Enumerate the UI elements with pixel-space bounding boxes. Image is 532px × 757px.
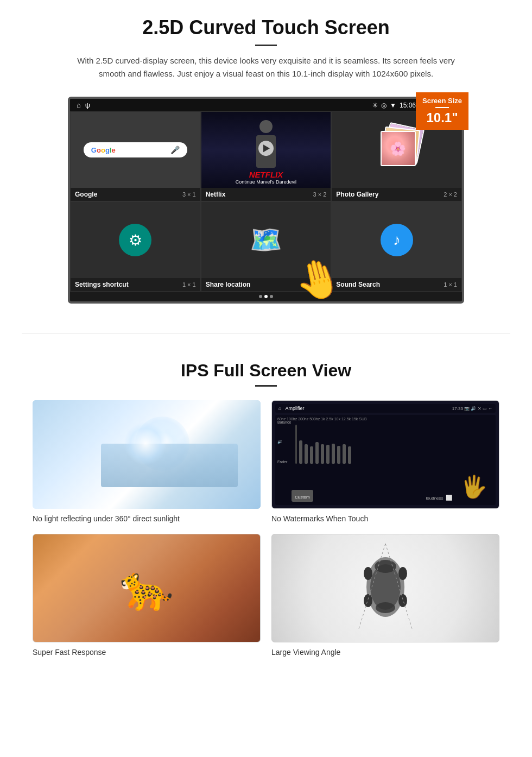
cheetah-emoji: 🐆 xyxy=(119,563,174,614)
netflix-label-row: Netflix 3 × 2 xyxy=(201,188,331,201)
play-triangle-icon xyxy=(263,144,270,152)
person-head xyxy=(259,120,273,133)
svg-point-7 xyxy=(398,594,407,607)
sound-label-row: Sound Search 1 × 1 xyxy=(332,278,461,291)
time-display: 15:06 xyxy=(400,102,416,109)
share-label-row: Share location 1 × 1 xyxy=(201,278,331,291)
section-curved-screen: 2.5D Curved Touch Screen With 2.5D curve… xyxy=(0,0,532,317)
photo-card-1: 🌸 xyxy=(381,131,416,166)
sound-cell-inner: ♪ xyxy=(332,202,461,278)
app-cell-settings[interactable]: ⚙ Settings shortcut 1 × 1 xyxy=(70,201,201,292)
section1-title: 2.5D Curved Touch Screen xyxy=(33,16,499,39)
share-label: Share location xyxy=(206,281,251,288)
app-cell-netflix[interactable]: NETFLIX Continue Marvel's Daredevil Netf… xyxy=(201,111,332,201)
dot-3 xyxy=(270,295,273,298)
feature-watermarks: ⌂ Amplifier 17:33 📷 🔊 ✕ ▭ ← 60hz 100hz 2… xyxy=(271,400,499,523)
amplifier-image: ⌂ Amplifier 17:33 📷 🔊 ✕ ▭ ← 60hz 100hz 2… xyxy=(271,400,499,509)
settings-label-row: Settings shortcut 1 × 1 xyxy=(71,278,200,291)
location-icon: ◎ xyxy=(381,102,387,109)
hand-touch-icon: 🖐 xyxy=(460,474,487,500)
svg-point-3 xyxy=(376,602,395,613)
svg-point-2 xyxy=(375,560,396,573)
app-grid-row1: Google 🎤 Google 3 × 1 xyxy=(70,111,462,201)
sound-bg: ♪ xyxy=(332,202,461,278)
share-bg: 🗺️ xyxy=(201,202,331,278)
bluetooth-icon: ✳ xyxy=(372,102,378,109)
svg-point-4 xyxy=(364,567,372,580)
app-cell-sound[interactable]: ♪ Sound Search 1 × 1 xyxy=(331,201,462,292)
google-logo: Google xyxy=(91,146,116,154)
photos-label: Photo Gallery xyxy=(336,191,378,198)
settings-bg: ⚙ xyxy=(71,202,200,278)
section2-title: IPS Full Screen View xyxy=(33,361,499,381)
section-divider xyxy=(22,333,510,333)
netflix-size: 3 × 2 xyxy=(313,191,327,198)
usb-icon: ψ xyxy=(85,101,90,109)
badge-size: 10.1" xyxy=(422,110,462,125)
dot-1 xyxy=(259,295,262,298)
status-bar: ⌂ ψ ✳ ◎ ▼ 15:06 ⬜ ◁) ✕ ▭ xyxy=(70,99,462,111)
google-search-bar[interactable]: Google 🎤 xyxy=(84,142,187,157)
watermarks-label: No Watermarks When Touch xyxy=(271,514,499,523)
section2-underline xyxy=(255,385,277,387)
music-note-icon: ♪ xyxy=(393,231,401,249)
section-ips: IPS Full Screen View No light reflecting… xyxy=(0,350,532,673)
section1-description: With 2.5D curved-display screen, this de… xyxy=(76,54,456,80)
screen-size-badge: Screen Size 10.1" xyxy=(416,92,468,130)
netflix-label: Netflix xyxy=(206,191,226,198)
netflix-cell-inner: NETFLIX Continue Marvel's Daredevil xyxy=(201,112,331,188)
app-cell-google[interactable]: Google 🎤 Google 3 × 1 xyxy=(70,111,201,201)
netflix-overlay: NETFLIX Continue Marvel's Daredevil xyxy=(201,167,331,188)
device-mockup: Screen Size 10.1" ⌂ ψ ✳ ◎ ▼ 15:06 ⬜ ◁) ✕ xyxy=(68,97,464,304)
sound-label: Sound Search xyxy=(336,281,380,288)
sunlight-image xyxy=(33,400,261,509)
netflix-logo: NETFLIX xyxy=(206,170,327,179)
feature-cheetah: 🐆 Super Fast Response xyxy=(33,534,261,657)
feature-grid: No light reflecting under 360° direct su… xyxy=(33,400,499,657)
share-size: 1 × 1 xyxy=(313,281,327,288)
netflix-subtitle: Continue Marvel's Daredevil xyxy=(206,179,327,185)
car-svg xyxy=(353,538,418,636)
photos-label-row: Photo Gallery 2 × 2 xyxy=(332,188,461,201)
car-diagram xyxy=(353,538,418,638)
sunlight-label: No light reflecting under 360° direct su… xyxy=(33,514,261,523)
feature-sunlight: No light reflecting under 360° direct su… xyxy=(33,400,261,523)
settings-cell-inner: ⚙ xyxy=(71,202,200,278)
badge-line xyxy=(435,107,449,108)
dot-2 xyxy=(264,295,268,298)
photo-stack: 🌸 xyxy=(372,125,421,174)
cheetah-label: Super Fast Response xyxy=(33,648,261,657)
car-image xyxy=(271,534,499,642)
gear-icon: ⚙ xyxy=(129,231,142,249)
feature-car: Large Viewing Angle xyxy=(271,534,499,657)
cheetah-image: 🐆 xyxy=(33,534,261,642)
google-cell-inner: Google 🎤 xyxy=(71,112,200,188)
google-label-row: Google 3 × 1 xyxy=(71,188,200,201)
google-label: Google xyxy=(75,191,97,198)
status-left: ⌂ ψ xyxy=(77,101,90,109)
settings-circle: ⚙ xyxy=(119,224,151,256)
sound-size: 1 × 1 xyxy=(444,281,457,288)
app-cell-share[interactable]: 🗺️ 🤚 Share location 1 × 1 xyxy=(201,201,332,292)
home-icon: ⌂ xyxy=(77,101,81,109)
share-cell-inner: 🗺️ xyxy=(201,202,331,278)
settings-label: Settings shortcut xyxy=(75,281,129,288)
badge-title: Screen Size xyxy=(422,97,462,105)
play-button[interactable] xyxy=(258,141,274,156)
title-underline xyxy=(255,45,277,46)
svg-point-6 xyxy=(364,594,372,607)
maps-icon: 🗺️ xyxy=(250,225,282,255)
wifi-icon: ▼ xyxy=(390,102,396,109)
device-screen: ⌂ ψ ✳ ◎ ▼ 15:06 ⬜ ◁) ✕ ▭ xyxy=(68,97,464,304)
google-bg: Google 🎤 xyxy=(71,112,200,188)
pagination-dots xyxy=(70,292,462,301)
music-circle: ♪ xyxy=(381,224,413,256)
photos-size: 2 × 2 xyxy=(444,191,457,198)
settings-size: 1 × 1 xyxy=(182,281,196,288)
car-label: Large Viewing Angle xyxy=(271,648,499,657)
svg-point-5 xyxy=(398,567,407,580)
google-size: 3 × 1 xyxy=(182,191,196,198)
mic-icon: 🎤 xyxy=(170,146,180,154)
app-grid-row2: ⚙ Settings shortcut 1 × 1 🗺️ xyxy=(70,201,462,292)
